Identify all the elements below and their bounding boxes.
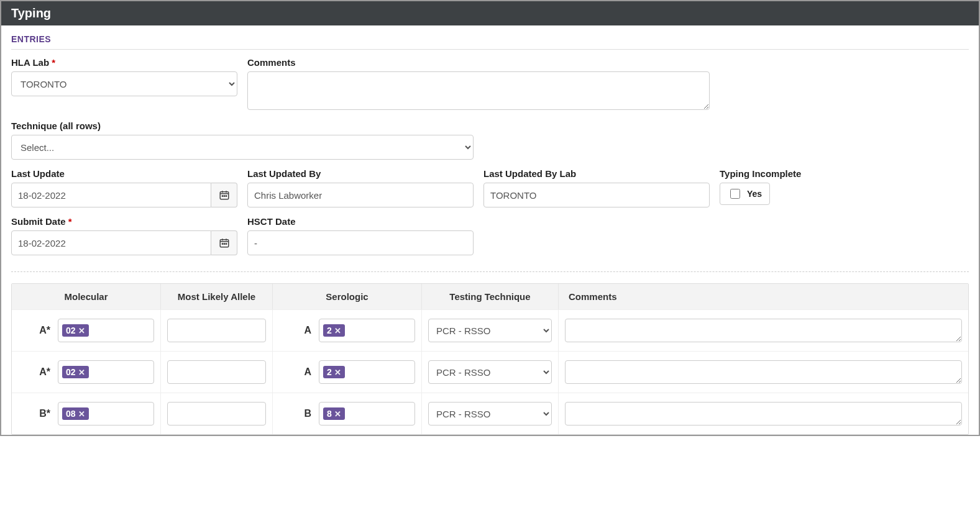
row-comments-textarea[interactable] (565, 402, 962, 425)
molecular-tag-input[interactable]: 08 ✕ (58, 402, 154, 425)
col-molecular: Molecular (12, 284, 161, 309)
serologic-tag[interactable]: 8 ✕ (323, 407, 345, 420)
col-comments: Comments (559, 284, 968, 309)
close-icon[interactable]: ✕ (78, 368, 85, 376)
last-update-label: Last Update (11, 168, 237, 179)
calendar-icon[interactable] (211, 183, 237, 207)
last-update-input (11, 183, 211, 207)
technique-all-label: Technique (all rows) (11, 121, 474, 131)
typing-incomplete-option[interactable]: Yes (720, 183, 770, 205)
svg-point-1 (222, 196, 223, 197)
row-comments-textarea[interactable] (565, 360, 962, 384)
svg-point-7 (226, 243, 227, 245)
last-updated-by-input[interactable] (247, 183, 474, 207)
testing-technique-select[interactable]: PCR - RSSO (428, 360, 552, 384)
typing-incomplete-checkbox[interactable] (730, 189, 740, 199)
svg-point-6 (224, 243, 225, 245)
last-updated-by-lab-label: Last Updated By Lab (483, 168, 710, 179)
last-updated-by-label: Last Updated By (247, 168, 474, 179)
last-updated-by-lab-input[interactable] (483, 183, 710, 207)
technique-all-select[interactable]: Select... (11, 135, 474, 160)
serologic-tag[interactable]: 2 ✕ (323, 366, 345, 378)
molecular-tag-input[interactable]: 02 ✕ (58, 360, 154, 384)
close-icon[interactable]: ✕ (78, 410, 85, 418)
molecular-tag[interactable]: 08 ✕ (62, 407, 89, 420)
table-row: A* 02 ✕ A 2 ✕ PCR - RSSO (12, 309, 968, 351)
typing-incomplete-label: Typing Incomplete (720, 168, 959, 179)
molecular-tag-input[interactable]: 02 ✕ (58, 319, 154, 342)
serologic-locus-label: A (279, 325, 315, 336)
table-row: A* 02 ✕ A 2 ✕ PCR - RSSO (12, 351, 968, 393)
serologic-tag-input[interactable]: 2 ✕ (319, 319, 415, 342)
serologic-locus-label: A (279, 366, 315, 378)
allele-input[interactable] (167, 402, 266, 425)
allele-input[interactable] (167, 319, 266, 342)
table-row: B* 08 ✕ B 8 ✕ PCR - RSSO (12, 393, 968, 434)
comments-textarea[interactable] (247, 71, 710, 110)
molecular-tag[interactable]: 02 ✕ (62, 366, 89, 378)
hla-lab-select[interactable]: TORONTO (11, 71, 237, 96)
close-icon[interactable]: ✕ (334, 410, 341, 418)
col-serologic: Serologic (273, 284, 422, 309)
molecular-locus-label: A* (18, 325, 54, 336)
serologic-tag-input[interactable]: 8 ✕ (319, 402, 415, 425)
svg-point-3 (226, 196, 227, 197)
allele-input[interactable] (167, 360, 266, 384)
testing-technique-select[interactable]: PCR - RSSO (428, 402, 552, 425)
comments-label: Comments (247, 57, 710, 68)
hla-lab-label: HLA Lab * (11, 57, 237, 68)
molecular-tag[interactable]: 02 ✕ (62, 324, 89, 337)
testing-technique-select[interactable]: PCR - RSSO (428, 319, 552, 342)
molecular-locus-label: B* (18, 408, 54, 419)
serologic-locus-label: B (279, 408, 315, 419)
col-technique: Testing Technique (422, 284, 559, 309)
calendar-icon[interactable] (211, 230, 237, 255)
close-icon[interactable]: ✕ (334, 327, 341, 335)
serologic-tag[interactable]: 2 ✕ (323, 324, 345, 337)
hsct-date-input (247, 230, 474, 255)
submit-date-label: Submit Date * (11, 216, 237, 227)
submit-date-input[interactable] (11, 230, 211, 255)
molecular-locus-label: A* (18, 366, 54, 378)
close-icon[interactable]: ✕ (78, 327, 85, 335)
svg-point-2 (224, 196, 225, 197)
svg-point-5 (222, 243, 223, 245)
typing-table: Molecular Most Likely Allele Serologic T… (11, 283, 969, 435)
typing-incomplete-yes-label: Yes (747, 189, 762, 199)
panel-title: Typing (1, 1, 979, 25)
divider (11, 271, 969, 272)
entries-section-title: ENTRIES (11, 32, 969, 50)
row-comments-textarea[interactable] (565, 319, 962, 342)
col-allele: Most Likely Allele (161, 284, 273, 309)
hsct-date-label: HSCT Date (247, 216, 474, 227)
close-icon[interactable]: ✕ (334, 368, 341, 376)
serologic-tag-input[interactable]: 2 ✕ (319, 360, 415, 384)
typing-panel: Typing ENTRIES HLA Lab * TORONTO Comment… (0, 0, 980, 436)
